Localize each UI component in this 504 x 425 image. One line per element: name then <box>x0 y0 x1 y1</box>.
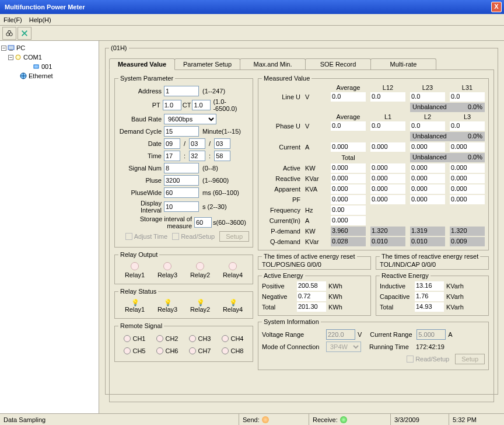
tab-multi-rate[interactable]: Multi-rate <box>370 58 436 69</box>
disp-range: s (2--30) <box>202 203 227 210</box>
ch3[interactable]: CH3 <box>189 335 211 342</box>
active-tot: 0.000 <box>331 163 366 173</box>
time-m[interactable] <box>189 151 205 161</box>
ch7[interactable]: CH7 <box>189 347 211 354</box>
tree-com[interactable]: COM1 <box>23 54 42 61</box>
ct-input[interactable] <box>192 100 211 110</box>
menu-bar: File(F) Help(H) <box>0 14 504 26</box>
close-icon[interactable]: X <box>491 2 502 12</box>
si-legend: System Information <box>262 318 321 325</box>
address-label: Address <box>118 88 164 95</box>
bulb-icon: 💡 <box>131 299 138 306</box>
running-time-lbl: Running Time <box>369 343 416 350</box>
reactive-reset: The times of reactive energy resetTOL/IN… <box>376 253 489 270</box>
binoculars-icon[interactable] <box>2 27 16 40</box>
status-bar: Data Sampling Send: Receive: 3/3/2009 5:… <box>0 413 504 425</box>
ch4[interactable]: CH4 <box>222 335 243 342</box>
signal-label: Signal Num <box>118 165 164 172</box>
receive-led-icon <box>340 416 347 423</box>
demand-input[interactable] <box>164 126 199 137</box>
ch2[interactable]: CH2 <box>156 335 178 342</box>
active-l3: 0.000 <box>450 163 485 173</box>
ptct-range: (1.0--6500.0) <box>213 98 249 112</box>
status-send: Send: <box>239 414 309 425</box>
menu-help[interactable]: Help(H) <box>29 16 51 23</box>
pt-input[interactable] <box>163 100 181 110</box>
date-d[interactable] <box>214 138 230 149</box>
sys-legend: System Parameter <box>118 75 175 82</box>
disp-input[interactable] <box>164 201 199 212</box>
tree-device[interactable]: 001 <box>41 63 52 70</box>
pf-l1: 0.000 <box>370 195 405 204</box>
time-h[interactable] <box>164 151 180 161</box>
ch6[interactable]: CH6 <box>156 347 178 354</box>
hdr-l23: L23 <box>410 84 445 91</box>
date-m[interactable] <box>189 138 205 149</box>
tab-soe-record[interactable]: SOE Record <box>305 58 371 69</box>
tab-panel: System Parameter Address(1--247) PTCT(1.… <box>109 69 494 402</box>
hdr-l31: L31 <box>450 84 485 91</box>
date-y[interactable] <box>164 138 180 149</box>
time-s[interactable] <box>214 151 230 161</box>
ae-neg-lbl: Negative <box>262 293 295 300</box>
pdem-unit: KW <box>305 228 326 235</box>
baud-select[interactable]: 9600bps <box>164 114 216 124</box>
hdr-l1: L1 <box>370 113 405 120</box>
current-range-input <box>416 329 446 340</box>
pluse-input[interactable] <box>164 175 199 186</box>
tree-root[interactable]: PC <box>16 44 25 51</box>
ae-tot-lbl: Total <box>262 304 295 311</box>
refresh-icon[interactable] <box>18 27 32 40</box>
reactive-tot: 0.000 <box>331 174 366 183</box>
device-group: (01H) Measured Value Parameter Setup Max… <box>105 44 498 395</box>
bulb-icon: 💡 <box>197 299 204 306</box>
store-input[interactable] <box>194 217 212 228</box>
plusew-input[interactable] <box>164 187 199 198</box>
window-title: Multifunction Power Meter <box>2 4 491 11</box>
active-reset-legend: The times of active energy reset <box>262 253 357 260</box>
mode-conn-select: 3P4W <box>326 342 361 352</box>
re-unit3: KVarh <box>446 304 467 311</box>
current-l2: 0.000 <box>410 142 445 152</box>
re-legend: Reactive Energy <box>380 272 430 279</box>
tab-max-min[interactable]: Max.and Min. <box>240 58 306 69</box>
pluse-label: Pluse <box>118 177 164 184</box>
ch5[interactable]: CH5 <box>124 347 145 354</box>
relay-out-2[interactable]: Relay2 <box>190 262 210 278</box>
current-range-lbl: Current Range <box>370 331 416 338</box>
device-tree[interactable]: −PC −COM1 001 Ethernet <box>0 41 99 413</box>
hdr-total: Total <box>331 154 366 161</box>
re-cap-val: 1.76 <box>415 292 444 301</box>
store-range: s(60--3600) <box>213 219 246 226</box>
relay-out-3[interactable]: Relay3 <box>158 262 177 278</box>
relay-out-1[interactable]: Relay1 <box>125 262 145 278</box>
svg-point-1 <box>9 33 12 36</box>
read-setup-check: Read/Setup <box>172 233 215 240</box>
ch8[interactable]: CH8 <box>222 347 243 354</box>
ch1[interactable]: CH1 <box>124 335 145 342</box>
curin-label: Current(In) <box>262 217 300 224</box>
toolbar <box>0 26 504 41</box>
apparent-l3: 0.000 <box>450 184 485 194</box>
title-bar: Multifunction Power Meter X <box>0 0 504 14</box>
menu-file[interactable]: File(F) <box>4 16 22 23</box>
voltage-range-lbl: Voltage Range <box>262 331 326 338</box>
disp-label: Display Interval <box>118 200 164 214</box>
current-label: Current <box>262 144 300 151</box>
ae-legend: Active Energy <box>262 272 305 279</box>
tab-parameter-setup[interactable]: Parameter Setup <box>174 58 240 69</box>
demand-range: Minute(1--15) <box>202 128 241 135</box>
active-reset: The times of active energy resetTOL/POS/… <box>258 253 371 270</box>
signal-input[interactable] <box>164 163 199 173</box>
measured-value: Measured Value AverageL12L23L31 Line UV0… <box>258 75 489 250</box>
curin-val: 0.000 <box>331 216 366 225</box>
freq-unit: Hz <box>305 207 326 214</box>
tab-measured-value[interactable]: Measured Value <box>109 58 175 70</box>
ae-tot-val: 201.30 <box>297 302 326 312</box>
phaseu-l3: 0.0 <box>450 121 485 131</box>
relay-out-4[interactable]: Relay4 <box>223 262 243 278</box>
remote-signal: Remote Signal CH1 CH2 CH3 CH4 CH5 CH6 CH… <box>114 322 253 362</box>
address-input[interactable] <box>164 86 199 96</box>
voltage-range-input <box>326 329 355 340</box>
tree-ethernet[interactable]: Ethernet <box>29 72 53 79</box>
